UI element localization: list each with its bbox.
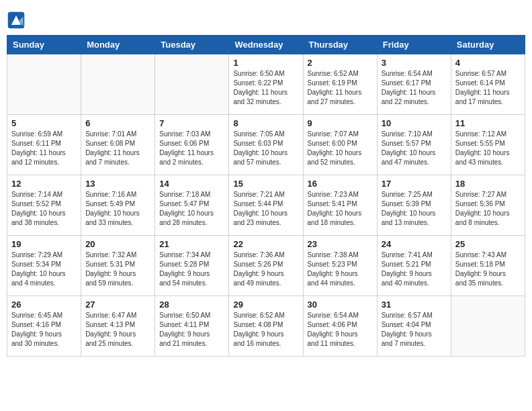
- calendar-cell: 14Sunrise: 7:18 AMSunset: 5:47 PMDayligh…: [155, 175, 229, 236]
- calendar-cell: 27Sunrise: 6:47 AMSunset: 4:13 PMDayligh…: [81, 296, 155, 357]
- day-info: Sunrise: 7:14 AMSunset: 5:52 PMDaylight:…: [11, 190, 77, 228]
- calendar-cell: 13Sunrise: 7:16 AMSunset: 5:49 PMDayligh…: [81, 175, 155, 236]
- day-info: Sunrise: 6:59 AMSunset: 6:11 PMDaylight:…: [11, 130, 77, 167]
- date-number: 22: [233, 239, 298, 249]
- calendar-cell: 8Sunrise: 7:05 AMSunset: 6:03 PMDaylight…: [229, 115, 303, 175]
- day-header-sunday: Sunday: [7, 36, 81, 54]
- date-number: 19: [11, 239, 77, 249]
- day-info: Sunrise: 7:01 AMSunset: 6:08 PMDaylight:…: [85, 130, 150, 167]
- calendar-cell: 23Sunrise: 7:38 AMSunset: 5:23 PMDayligh…: [303, 236, 377, 296]
- day-info: Sunrise: 6:50 AMSunset: 6:22 PMDaylight:…: [233, 69, 298, 107]
- week-row-1: 1Sunrise: 6:50 AMSunset: 6:22 PMDaylight…: [7, 54, 525, 115]
- date-number: 14: [159, 179, 224, 189]
- day-info: Sunrise: 7:29 AMSunset: 5:34 PMDaylight:…: [11, 250, 77, 288]
- day-header-monday: Monday: [81, 36, 155, 54]
- calendar-cell: 17Sunrise: 7:25 AMSunset: 5:39 PMDayligh…: [377, 175, 451, 236]
- day-info: Sunrise: 7:27 AMSunset: 5:36 PMDaylight:…: [455, 190, 521, 228]
- date-number: 30: [308, 300, 373, 310]
- week-row-4: 19Sunrise: 7:29 AMSunset: 5:34 PMDayligh…: [7, 236, 525, 296]
- calendar-cell: 21Sunrise: 7:34 AMSunset: 5:28 PMDayligh…: [155, 236, 229, 296]
- logo-icon: [7, 11, 26, 30]
- day-info: Sunrise: 7:03 AMSunset: 6:06 PMDaylight:…: [159, 130, 224, 167]
- day-header-thursday: Thursday: [303, 36, 377, 54]
- calendar-cell: 9Sunrise: 7:07 AMSunset: 6:00 PMDaylight…: [303, 115, 377, 175]
- calendar-cell: 28Sunrise: 6:50 AMSunset: 4:11 PMDayligh…: [155, 296, 229, 357]
- calendar-cell: 29Sunrise: 6:52 AMSunset: 4:08 PMDayligh…: [229, 296, 303, 357]
- day-info: Sunrise: 7:25 AMSunset: 5:39 PMDaylight:…: [382, 190, 447, 228]
- week-row-5: 26Sunrise: 6:45 AMSunset: 4:16 PMDayligh…: [7, 296, 525, 357]
- day-info: Sunrise: 6:57 AMSunset: 4:04 PMDaylight:…: [382, 311, 447, 349]
- calendar-cell: 18Sunrise: 7:27 AMSunset: 5:36 PMDayligh…: [451, 175, 525, 236]
- date-number: 9: [308, 118, 373, 128]
- day-header-wednesday: Wednesday: [229, 36, 303, 54]
- date-number: 1: [233, 58, 298, 68]
- date-number: 3: [382, 58, 447, 68]
- day-info: Sunrise: 7:34 AMSunset: 5:28 PMDaylight:…: [159, 250, 224, 288]
- date-number: 11: [455, 118, 521, 128]
- calendar-cell: 24Sunrise: 7:41 AMSunset: 5:21 PMDayligh…: [377, 236, 451, 296]
- calendar-cell: 5Sunrise: 6:59 AMSunset: 6:11 PMDaylight…: [7, 115, 81, 175]
- day-header-tuesday: Tuesday: [155, 36, 229, 54]
- calendar-cell: 3Sunrise: 6:54 AMSunset: 6:17 PMDaylight…: [377, 54, 451, 115]
- day-info: Sunrise: 6:57 AMSunset: 6:14 PMDaylight:…: [455, 69, 521, 107]
- date-number: 5: [11, 118, 77, 128]
- day-info: Sunrise: 6:54 AMSunset: 6:17 PMDaylight:…: [382, 69, 447, 107]
- calendar-cell: 20Sunrise: 7:32 AMSunset: 5:31 PMDayligh…: [81, 236, 155, 296]
- date-number: 18: [455, 179, 521, 189]
- calendar-cell: 30Sunrise: 6:54 AMSunset: 4:06 PMDayligh…: [303, 296, 377, 357]
- day-info: Sunrise: 7:07 AMSunset: 6:00 PMDaylight:…: [308, 130, 373, 167]
- date-number: 25: [455, 239, 521, 249]
- day-info: Sunrise: 6:52 AMSunset: 6:19 PMDaylight:…: [308, 69, 373, 107]
- date-number: 26: [11, 300, 77, 310]
- date-number: 20: [85, 239, 150, 249]
- day-header-saturday: Saturday: [451, 36, 525, 54]
- date-number: 2: [308, 58, 373, 68]
- date-number: 21: [159, 239, 224, 249]
- calendar-cell: 15Sunrise: 7:21 AMSunset: 5:44 PMDayligh…: [229, 175, 303, 236]
- day-header-friday: Friday: [377, 36, 451, 54]
- date-number: 16: [308, 179, 373, 189]
- date-number: 7: [159, 118, 224, 128]
- week-row-3: 12Sunrise: 7:14 AMSunset: 5:52 PMDayligh…: [7, 175, 525, 236]
- calendar-header: [7, 7, 525, 30]
- day-info: Sunrise: 7:10 AMSunset: 5:57 PMDaylight:…: [382, 130, 447, 167]
- calendar-cell: 11Sunrise: 7:12 AMSunset: 5:55 PMDayligh…: [451, 115, 525, 175]
- calendar-cell: 1Sunrise: 6:50 AMSunset: 6:22 PMDaylight…: [229, 54, 303, 115]
- date-number: 8: [233, 118, 298, 128]
- calendar-cell: 4Sunrise: 6:57 AMSunset: 6:14 PMDaylight…: [451, 54, 525, 115]
- day-info: Sunrise: 7:16 AMSunset: 5:49 PMDaylight:…: [85, 190, 150, 228]
- calendar-cell: 10Sunrise: 7:10 AMSunset: 5:57 PMDayligh…: [377, 115, 451, 175]
- calendar-cell: 19Sunrise: 7:29 AMSunset: 5:34 PMDayligh…: [7, 236, 81, 296]
- date-number: 28: [159, 300, 224, 310]
- calendar-cell: [81, 54, 155, 115]
- day-info: Sunrise: 7:32 AMSunset: 5:31 PMDaylight:…: [85, 250, 150, 288]
- week-row-2: 5Sunrise: 6:59 AMSunset: 6:11 PMDaylight…: [7, 115, 525, 175]
- day-info: Sunrise: 7:18 AMSunset: 5:47 PMDaylight:…: [159, 190, 224, 228]
- calendar-cell: 6Sunrise: 7:01 AMSunset: 6:08 PMDaylight…: [81, 115, 155, 175]
- date-number: 17: [382, 179, 447, 189]
- calendar-cell: 2Sunrise: 6:52 AMSunset: 6:19 PMDaylight…: [303, 54, 377, 115]
- day-info: Sunrise: 6:50 AMSunset: 4:11 PMDaylight:…: [159, 311, 224, 349]
- day-info: Sunrise: 7:05 AMSunset: 6:03 PMDaylight:…: [233, 130, 298, 167]
- calendar-cell: [7, 54, 81, 115]
- day-info: Sunrise: 6:54 AMSunset: 4:06 PMDaylight:…: [308, 311, 373, 349]
- day-info: Sunrise: 6:52 AMSunset: 4:08 PMDaylight:…: [233, 311, 298, 349]
- date-number: 6: [85, 118, 150, 128]
- calendar-cell: 26Sunrise: 6:45 AMSunset: 4:16 PMDayligh…: [7, 296, 81, 357]
- day-info: Sunrise: 7:12 AMSunset: 5:55 PMDaylight:…: [455, 130, 521, 167]
- date-number: 29: [233, 300, 298, 310]
- day-info: Sunrise: 7:38 AMSunset: 5:23 PMDaylight:…: [308, 250, 373, 288]
- calendar-cell: [155, 54, 229, 115]
- days-header-row: SundayMondayTuesdayWednesdayThursdayFrid…: [7, 36, 525, 54]
- day-info: Sunrise: 6:47 AMSunset: 4:13 PMDaylight:…: [85, 311, 150, 349]
- calendar-cell: 12Sunrise: 7:14 AMSunset: 5:52 PMDayligh…: [7, 175, 81, 236]
- calendar-cell: 16Sunrise: 7:23 AMSunset: 5:41 PMDayligh…: [303, 175, 377, 236]
- day-info: Sunrise: 7:41 AMSunset: 5:21 PMDaylight:…: [382, 250, 447, 288]
- date-number: 27: [85, 300, 150, 310]
- date-number: 10: [382, 118, 447, 128]
- date-number: 4: [455, 58, 521, 68]
- date-number: 13: [85, 179, 150, 189]
- day-info: Sunrise: 7:36 AMSunset: 5:26 PMDaylight:…: [233, 250, 298, 288]
- calendar-container: SundayMondayTuesdayWednesdayThursdayFrid…: [7, 7, 525, 357]
- date-number: 23: [308, 239, 373, 249]
